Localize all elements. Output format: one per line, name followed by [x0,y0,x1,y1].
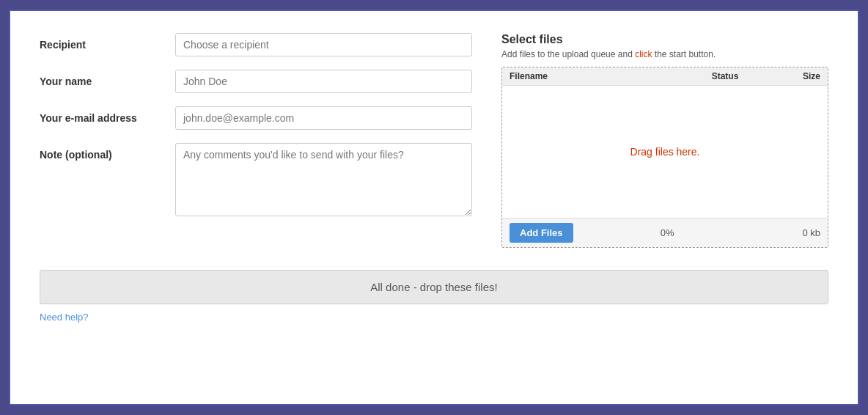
subtitle-text-start: Add files to the upload queue and [501,49,635,59]
email-label: Your e-mail address [40,106,175,124]
col-filename-header: Filename [510,71,688,81]
note-textarea[interactable] [175,143,472,216]
form-section: Recipient Your name Your e-mail address … [40,33,472,248]
recipient-input[interactable] [175,33,472,56]
footer-progress: 0% [573,227,762,238]
drop-button[interactable]: All done - drop these files! [40,270,828,304]
col-size-header: Size [762,71,820,81]
file-table-footer: Add Files 0% 0 kb [502,218,828,247]
file-table-container: Filename Status Size Drag files here. Ad… [501,67,828,248]
upload-section: Select files Add files to the upload que… [501,33,828,248]
email-row: Your e-mail address [40,106,472,130]
name-row: Your name [40,70,472,93]
add-files-button[interactable]: Add Files [510,223,573,243]
upload-title: Select files [501,33,828,46]
drag-drop-area[interactable]: Drag files here. [502,86,828,218]
need-help-link[interactable]: Need help? [40,312,89,323]
main-layout: Recipient Your name Your e-mail address … [40,33,828,248]
email-input[interactable] [175,106,472,130]
upload-subtitle: Add files to the upload queue and click … [501,49,828,59]
recipient-row: Recipient [40,33,472,56]
bottom-section: All done - drop these files! Need help? [40,270,828,323]
main-window: Recipient Your name Your e-mail address … [9,10,859,405]
recipient-label: Recipient [40,33,175,51]
name-input[interactable] [175,70,472,93]
col-status-header: Status [688,71,762,81]
file-table-header: Filename Status Size [502,67,828,86]
note-label: Note (optional) [40,143,175,161]
subtitle-text-end: the start button. [652,49,716,59]
note-row: Note (optional) [40,143,472,216]
name-label: Your name [40,70,175,87]
drag-text: Drag files here. [630,146,700,158]
footer-size: 0 kb [762,227,820,238]
subtitle-click: click [635,49,652,59]
